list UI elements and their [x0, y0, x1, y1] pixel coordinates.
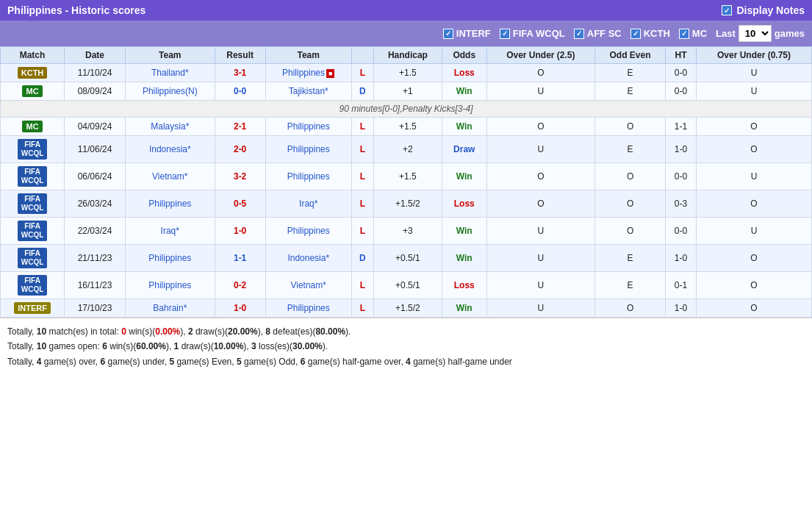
team1-cell[interactable]: Philippines	[125, 190, 215, 218]
team2-link[interactable]: Philippines	[282, 68, 325, 78]
result-cell: 1-0	[215, 299, 265, 318]
wl-cell: L	[351, 218, 373, 245]
filter-mc[interactable]: ✓ MC	[679, 28, 707, 39]
team2-cell[interactable]: Vietnam*	[265, 272, 351, 299]
team2-cell[interactable]: Philippines■	[265, 64, 351, 82]
team1-link[interactable]: Iraq*	[161, 226, 179, 236]
last-games-select[interactable]: 10 20 50	[739, 25, 772, 42]
table-row: FIFAWCQL06/06/24Vietnam*3-2PhilippinesL+…	[1, 163, 812, 190]
fifa-wcql-checkbox[interactable]: ✓	[500, 29, 510, 39]
team1-link[interactable]: Philippines(N)	[143, 86, 198, 96]
filter-fifa-wcql[interactable]: ✓ FIFA WCQL	[500, 28, 565, 39]
team1-cell[interactable]: Indonesia*	[125, 136, 215, 163]
team1-link[interactable]: Bahrain*	[153, 303, 187, 313]
odds-cell: Loss	[442, 190, 486, 218]
odd-even-cell: O	[595, 218, 666, 245]
odds-cell: Loss	[442, 272, 486, 299]
table-row: KCTH11/10/24Thailand*3-1Philippines■L+1.…	[1, 64, 812, 82]
odd-even-cell: E	[595, 64, 666, 82]
team1-cell[interactable]: Bahrain*	[125, 299, 215, 318]
result-cell: 0-2	[215, 272, 265, 299]
scores-table: Match Date Team Result Team Handicap Odd…	[0, 46, 812, 318]
summary-line: Totally, 10 match(es) in total: 0 win(s)…	[7, 324, 805, 339]
filter-kcth[interactable]: ✓ KCTH	[630, 28, 670, 39]
over-under-075-cell: O	[697, 272, 812, 299]
team2-cell[interactable]: Indonesia*	[265, 245, 351, 272]
interf-label: INTERF	[456, 28, 491, 39]
filter-interf[interactable]: ✓ INTERF	[443, 28, 491, 39]
team2-cell[interactable]: Philippines	[265, 118, 351, 136]
date-cell: 26/03/24	[65, 190, 126, 218]
over-under-075-cell: O	[697, 118, 812, 136]
over-under-cell: O	[486, 163, 595, 190]
team1-link[interactable]: Indonesia*	[149, 144, 191, 154]
team1-cell[interactable]: Philippines	[125, 245, 215, 272]
mc-label: MC	[692, 28, 707, 39]
aff-sc-checkbox[interactable]: ✓	[574, 29, 584, 39]
odds-cell: Loss	[442, 64, 486, 82]
odd-even-cell: E	[595, 245, 666, 272]
over-under-cell: U	[486, 82, 595, 101]
match-badge: FIFAWCQL	[18, 139, 48, 160]
kcth-checkbox[interactable]: ✓	[630, 29, 641, 39]
ht-cell: 1-0	[665, 245, 696, 272]
summary-line: Totally, 10 games open: 6 win(s)(60.00%)…	[7, 339, 805, 354]
col-handicap: Handicap	[373, 47, 442, 64]
team2-link[interactable]: Philippines	[287, 226, 330, 236]
team2-link[interactable]: Indonesia*	[287, 253, 329, 263]
filter-aff-sc[interactable]: ✓ AFF SC	[574, 28, 622, 39]
filter-bar: ✓ INTERF ✓ FIFA WCQL ✓ AFF SC ✓ KCTH ✓ M…	[0, 21, 812, 46]
team1-link[interactable]: Philippines	[148, 198, 191, 209]
team2-cell[interactable]: Philippines	[265, 218, 351, 245]
date-cell: 16/11/23	[65, 272, 126, 299]
team2-link[interactable]: Philippines	[287, 303, 330, 313]
col-match: Match	[1, 47, 65, 64]
ht-cell: 0-1	[665, 272, 696, 299]
over-under-075-cell: U	[697, 82, 812, 101]
team1-cell[interactable]: Philippines(N)	[125, 82, 215, 101]
team2-cell[interactable]: Philippines	[265, 136, 351, 163]
team2-link[interactable]: Philippines	[287, 171, 330, 182]
team1-link[interactable]: Thailand*	[151, 68, 189, 78]
team2-link[interactable]: Iraq*	[299, 198, 317, 209]
match-badge: MC	[22, 85, 42, 97]
wl-cell: L	[351, 163, 373, 190]
date-cell: 06/06/24	[65, 163, 126, 190]
team1-link[interactable]: Philippines	[148, 280, 191, 290]
summary-section: Totally, 10 match(es) in total: 0 win(s)…	[0, 318, 812, 375]
team1-link[interactable]: Philippines	[148, 253, 191, 263]
team2-cell[interactable]: Philippines	[265, 299, 351, 318]
team1-link[interactable]: Vietnam*	[152, 171, 187, 182]
match-type-cell: FIFAWCQL	[1, 245, 65, 272]
over-under-075-cell: O	[697, 299, 812, 318]
team1-cell[interactable]: Philippines	[125, 272, 215, 299]
team2-link[interactable]: Tajikistan*	[289, 86, 328, 96]
team1-link[interactable]: Malaysia*	[151, 121, 189, 132]
fifa-wcql-label: FIFA WCQL	[513, 28, 565, 39]
col-over-under-075: Over Under (0.75)	[697, 47, 812, 64]
team2-cell[interactable]: Iraq*	[265, 190, 351, 218]
display-notes-checkbox[interactable]: ✓	[722, 5, 732, 15]
wl-cell: L	[351, 64, 373, 82]
team2-link[interactable]: Philippines	[287, 144, 330, 154]
team2-cell[interactable]: Philippines	[265, 163, 351, 190]
over-under-cell: U	[486, 136, 595, 163]
over-under-075-cell: O	[697, 245, 812, 272]
match-type-cell: FIFAWCQL	[1, 163, 65, 190]
team2-cell[interactable]: Tajikistan*	[265, 82, 351, 101]
result-value: 2-0	[234, 144, 246, 154]
team1-cell[interactable]: Iraq*	[125, 218, 215, 245]
team1-cell[interactable]: Vietnam*	[125, 163, 215, 190]
mc-checkbox[interactable]: ✓	[679, 29, 689, 39]
filter-last: Last 10 20 50 games	[716, 25, 805, 42]
match-badge: FIFAWCQL	[18, 221, 48, 241]
result-value: 1-0	[234, 303, 246, 313]
team2-link[interactable]: Philippines	[287, 121, 330, 132]
team1-cell[interactable]: Malaysia*	[125, 118, 215, 136]
result-value: 1-0	[234, 226, 246, 236]
team2-link[interactable]: Vietnam*	[290, 280, 326, 290]
result-cell: 2-0	[215, 136, 265, 163]
team1-cell[interactable]: Thailand*	[125, 64, 215, 82]
interf-checkbox[interactable]: ✓	[443, 29, 453, 39]
result-cell: 2-1	[215, 118, 265, 136]
